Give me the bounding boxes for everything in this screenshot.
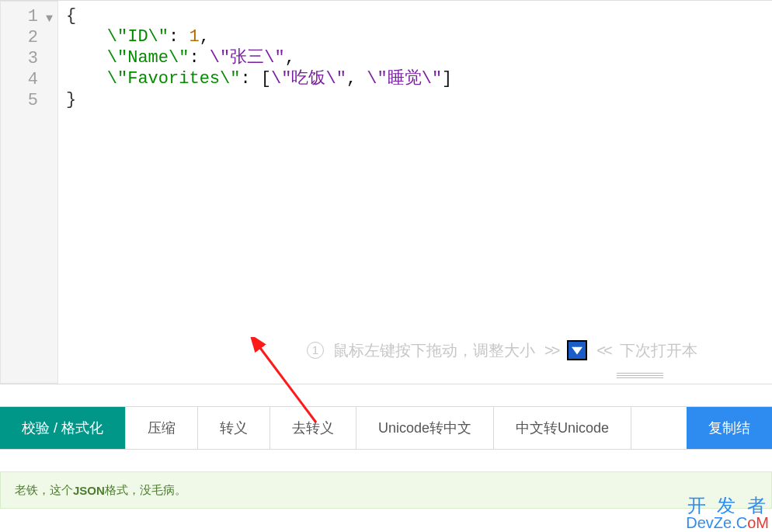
svg-marker-0 (572, 347, 582, 355)
json-string: \"吃饭\" (271, 69, 346, 89)
watermark-zh: 开 发 者 (686, 496, 769, 515)
status-text-post: 格式，没毛病。 (105, 483, 186, 498)
code-area[interactable]: { \"ID\": 1, \"Name\": \"张三\", \"Favorit… (58, 1, 772, 384)
validate-format-button[interactable]: 校验 / 格式化 (0, 407, 126, 449)
json-string: \"睡觉\" (367, 69, 442, 89)
status-text-pre: 老铁，这个 (15, 483, 73, 498)
arrows-left-icon: << (596, 342, 610, 360)
resize-handle-icon[interactable] (617, 373, 663, 379)
line-gutter: 1 2 3 4 5 ▼ (0, 1, 58, 384)
json-number: 1 (189, 27, 199, 47)
line-number: 5 (1, 90, 38, 111)
minify-button[interactable]: 压缩 (126, 407, 198, 449)
line-number: 3 (1, 48, 38, 69)
json-key: \"Favorites\" (107, 69, 241, 89)
hint-text: 鼠标左键按下拖动，调整大小 (333, 340, 535, 361)
step-badge: 1 (307, 342, 324, 359)
site-watermark: 开 发 者 DevZe.CoM (686, 496, 769, 530)
status-text-bold: JSON (73, 484, 105, 497)
brace-open: { (66, 6, 76, 26)
arrows-right-icon: >> (544, 342, 558, 360)
action-toolbar: 校验 / 格式化 压缩 转义 去转义 Unicode转中文 中文转Unicode… (0, 406, 772, 450)
watermark-en: DevZe.CoM (686, 515, 769, 530)
line-number: 1 (1, 6, 38, 27)
dropdown-toggle-icon[interactable] (567, 340, 587, 360)
code-editor: 1 2 3 4 5 ▼ { \"ID\": 1, \"Name\": \"张三\… (0, 0, 772, 384)
escape-button[interactable]: 转义 (198, 407, 270, 449)
copy-result-button[interactable]: 复制结 (687, 407, 772, 449)
line-number: 4 (1, 69, 38, 90)
json-key: \"Name\" (107, 48, 190, 68)
resize-hint: 1 鼠标左键按下拖动，调整大小 >> << 下次打开本 (0, 339, 772, 362)
unicode-to-chinese-button[interactable]: Unicode转中文 (356, 407, 494, 449)
validation-status: 老铁，这个 JSON 格式，没毛病。 (0, 471, 772, 509)
json-string: \"张三\" (210, 48, 285, 68)
unescape-button[interactable]: 去转义 (270, 407, 356, 449)
line-number: 2 (1, 27, 38, 48)
fold-toggle-icon[interactable]: ▼ (46, 9, 53, 30)
brace-close: } (66, 90, 76, 110)
json-key: \"ID\" (107, 27, 169, 47)
hint-tail: 下次打开本 (620, 340, 697, 361)
chinese-to-unicode-button[interactable]: 中文转Unicode (494, 407, 631, 449)
